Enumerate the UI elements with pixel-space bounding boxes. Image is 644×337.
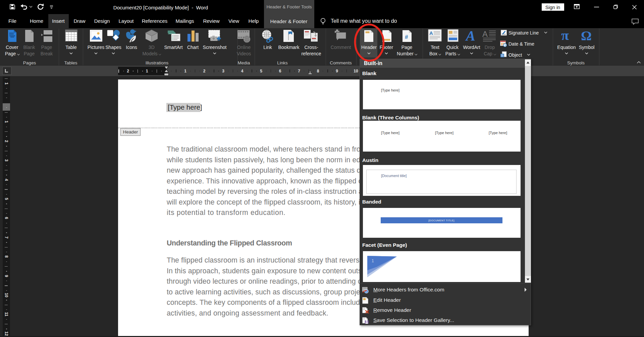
svg-text:A: A bbox=[429, 30, 433, 36]
svg-text:A: A bbox=[482, 30, 488, 39]
svg-text:1: 1 bbox=[372, 259, 374, 263]
svg-text:π: π bbox=[561, 27, 569, 43]
svg-text:Ω: Ω bbox=[581, 28, 592, 43]
svg-text:A: A bbox=[465, 28, 475, 44]
svg-text:#: # bbox=[405, 34, 408, 40]
